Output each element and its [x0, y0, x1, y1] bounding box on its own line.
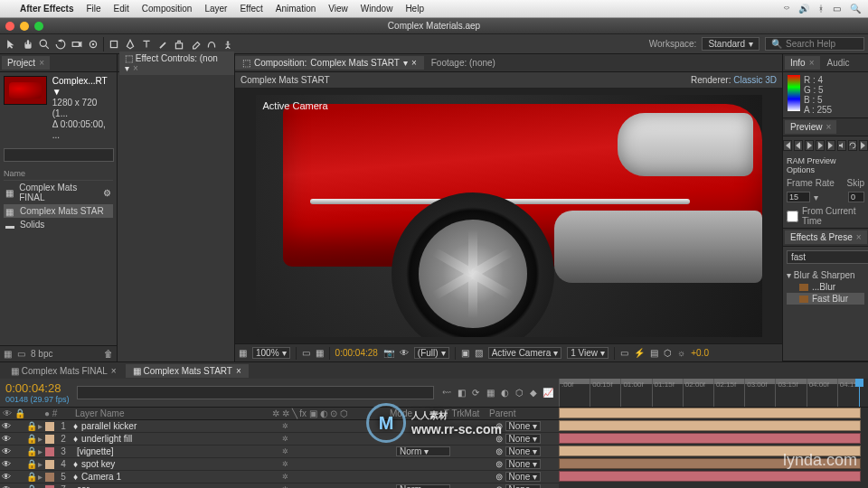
exposure-value[interactable]: +0.0: [691, 348, 709, 358]
view-dropdown[interactable]: 1 View▾: [567, 347, 609, 359]
frame-blend-icon[interactable]: ▦: [485, 388, 495, 399]
pickwhip-icon[interactable]: ⊚: [495, 421, 503, 431]
brainstorm-icon[interactable]: ⬡: [514, 388, 524, 399]
parent-dropdown[interactable]: None ▾: [505, 421, 542, 431]
timeline-ruler[interactable]: :00f 00:15f 01:00f 01:15f 02:00f 02:15f …: [559, 379, 868, 407]
minimize-window-button[interactable]: [20, 22, 29, 31]
visibility-toggle[interactable]: 👁: [0, 472, 13, 482]
layer-switches[interactable]: ✲: [278, 473, 396, 481]
layer-duration-bar[interactable]: [559, 458, 861, 469]
wifi-icon[interactable]: ⌔: [784, 4, 789, 14]
layer-duration-bar[interactable]: [559, 446, 861, 456]
layer-duration-bar[interactable]: [559, 420, 861, 431]
info-tab[interactable]: Info×: [785, 56, 820, 70]
label-color[interactable]: [45, 485, 54, 489]
blend-mode-dropdown[interactable]: Norm ▾: [396, 484, 450, 488]
fast-preview-icon[interactable]: ⚡: [634, 348, 645, 358]
bluetooth-icon[interactable]: ᚼ: [818, 4, 824, 14]
menu-animation[interactable]: Animation: [276, 4, 316, 14]
project-tab[interactable]: Project×: [2, 56, 50, 70]
volume-icon[interactable]: 🔊: [798, 4, 809, 14]
grid-icon[interactable]: ▦: [239, 348, 247, 358]
show-snapshot-icon[interactable]: 👁: [400, 348, 409, 358]
layer-row[interactable]: 👁🔒▸5♦ Camera 1✲ ⊚ None ▾: [0, 471, 559, 483]
new-folder-icon[interactable]: ▭: [17, 349, 25, 359]
camera-dropdown[interactable]: Active Camera▾: [488, 347, 562, 359]
blend-mode-dropdown[interactable]: Norm ▾: [396, 446, 450, 456]
region-icon[interactable]: ▣: [461, 348, 469, 358]
renderer-value[interactable]: Classic 3D: [733, 75, 777, 85]
timeline-icon[interactable]: ▤: [650, 348, 658, 358]
label-color[interactable]: [45, 473, 54, 482]
timeline-tab[interactable]: ▦ Complex Mats START×: [126, 364, 249, 378]
motion-blur-icon[interactable]: ◐: [499, 388, 510, 399]
layer-switches[interactable]: ✲: [278, 460, 396, 468]
flowchart-icon[interactable]: ⬡: [664, 348, 672, 358]
layer-row[interactable]: 👁🔒▸4♦ spot key✲ ⊚ None ▾: [0, 458, 559, 471]
comp-mini-flowchart-icon[interactable]: ⬳: [441, 388, 452, 399]
menu-help[interactable]: Help: [405, 4, 424, 14]
visibility-toggle[interactable]: 👁: [0, 434, 13, 444]
menu-edit[interactable]: Edit: [114, 4, 129, 14]
audio-tab[interactable]: Audic: [822, 56, 855, 70]
timecode-display[interactable]: 0:00:04:28: [335, 348, 378, 358]
layer-switches[interactable]: ✲: [278, 422, 396, 430]
zoom-window-button[interactable]: [34, 22, 43, 31]
first-frame-button[interactable]: [783, 140, 792, 151]
visibility-toggle[interactable]: 👁: [0, 446, 13, 456]
clone-tool[interactable]: [171, 36, 187, 52]
reset-exposure-icon[interactable]: ☼: [677, 348, 685, 358]
current-time-indicator[interactable]: [859, 379, 860, 407]
trash-icon[interactable]: 🗑: [104, 349, 113, 359]
twirl-icon[interactable]: ▸: [38, 434, 42, 444]
pickwhip-icon[interactable]: ⊚: [495, 434, 503, 444]
lock-toggle[interactable]: 🔒: [25, 434, 38, 444]
text-tool[interactable]: [138, 36, 155, 52]
effect-controls-tab[interactable]: ⬚ Effect Controls: (non ▾×: [119, 52, 234, 75]
layer-switches[interactable]: ✲: [278, 435, 396, 443]
layer-name[interactable]: ♦ underlight fill: [70, 434, 278, 444]
close-icon[interactable]: ×: [133, 63, 138, 73]
interpret-icon[interactable]: ▦: [4, 349, 12, 359]
visibility-toggle[interactable]: 👁: [0, 421, 13, 431]
zoom-tool[interactable]: [36, 36, 52, 52]
twirl-icon[interactable]: ▸: [38, 459, 42, 469]
effect-item[interactable]: Fast Blur: [787, 293, 864, 305]
twirl-icon[interactable]: ▸: [38, 472, 42, 482]
prev-frame-button[interactable]: [794, 140, 803, 151]
visibility-toggle[interactable]: 👁: [0, 484, 13, 488]
parent-dropdown[interactable]: None ▾: [505, 472, 542, 482]
twirl-icon[interactable]: ▸: [38, 484, 42, 488]
layer-row[interactable]: 👁🔒▸7car✲ Norm ▾⊚ None ▾: [0, 483, 559, 488]
twirl-icon[interactable]: ▸: [38, 446, 42, 456]
label-color[interactable]: [45, 422, 54, 431]
framerate-input[interactable]: [787, 192, 810, 202]
rectangle-tool[interactable]: [106, 36, 122, 52]
pickwhip-icon[interactable]: ⊚: [495, 459, 503, 469]
pickwhip-icon[interactable]: ⊚: [495, 484, 503, 488]
layer-name[interactable]: ♦ Camera 1: [70, 472, 278, 482]
composition-tab[interactable]: ⬚ Composition: Complex Mats START ▾×: [235, 56, 424, 70]
layer-name[interactable]: ♦ parallel kicker: [70, 421, 278, 431]
project-name-header[interactable]: Name: [4, 167, 113, 181]
twirl-icon[interactable]: ▸: [38, 421, 42, 431]
timeline-tab[interactable]: ▦ Complex Mats FINAL×: [4, 364, 124, 378]
battery-icon[interactable]: ▭: [833, 4, 841, 14]
lock-toggle[interactable]: 🔒: [25, 421, 38, 431]
ram-preview-button[interactable]: [859, 140, 868, 151]
layer-name[interactable]: [vignette]: [70, 446, 278, 456]
eraser-tool[interactable]: [187, 36, 203, 52]
menu-layer[interactable]: Layer: [204, 4, 227, 14]
comp-path[interactable]: Complex Mats START: [241, 75, 330, 85]
resolution-dropdown[interactable]: (Full)▾: [414, 347, 449, 359]
label-color[interactable]: [45, 460, 54, 469]
pickwhip-icon[interactable]: ⊚: [495, 472, 503, 482]
loop-button[interactable]: [848, 140, 857, 151]
timeline-track-area[interactable]: [559, 408, 868, 488]
label-color[interactable]: [45, 447, 54, 456]
pixel-aspect-icon[interactable]: ▭: [620, 348, 628, 358]
transparency-icon[interactable]: ▨: [475, 348, 483, 358]
menu-view[interactable]: View: [328, 4, 348, 14]
spotlight-icon[interactable]: 🔍: [850, 4, 861, 14]
lock-toggle[interactable]: 🔒: [25, 484, 38, 488]
